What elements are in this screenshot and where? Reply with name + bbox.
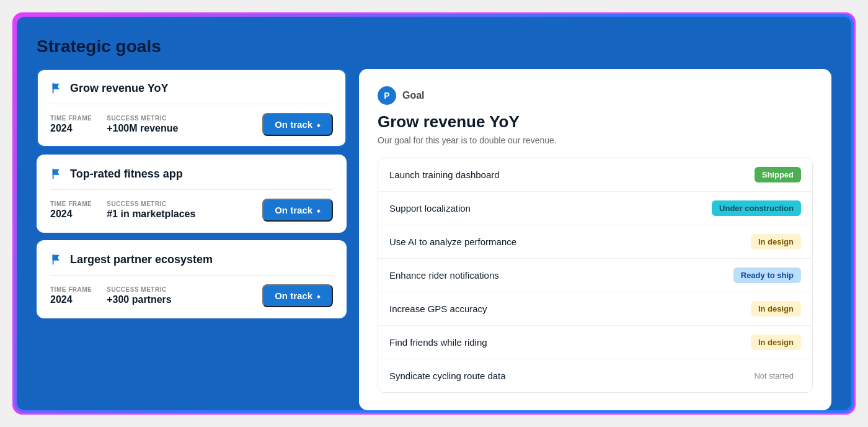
timeframe-value-2: 2024: [50, 209, 92, 220]
flag-icon-1: [50, 81, 64, 95]
initiative-name: Support localization: [389, 203, 471, 214]
app-container: Strategic goals Grow revenue YoY T: [12, 12, 856, 415]
goal-card-2-meta: TIME FRAME 2024 SUCCESS METRIC #1 in mar…: [50, 199, 333, 222]
metric-value-2: #1 in marketplaces: [107, 209, 195, 220]
initiative-status: In design: [751, 301, 801, 317]
metric-label-2: SUCCESS METRIC: [107, 200, 195, 207]
metric-label-1: SUCCESS METRIC: [107, 115, 178, 122]
initiatives-list: Launch training dashboardShippedSupport …: [378, 158, 813, 393]
timeframe-label-3: TIME FRAME: [50, 286, 92, 293]
initiative-status: In design: [751, 335, 801, 350]
goal-type-icon: P: [378, 86, 396, 105]
initiative-name: Use AI to analyze performance: [389, 236, 516, 247]
goal-card-3-title: Largest partner ecosystem: [70, 253, 213, 266]
timeframe-label-1: TIME FRAME: [50, 115, 92, 122]
metric-label-3: SUCCESS METRIC: [107, 286, 172, 293]
initiative-row[interactable]: Support localizationUnder construction: [378, 192, 812, 225]
chevron-icon-1: ⬥: [316, 120, 321, 129]
goal-card-3[interactable]: Largest partner ecosystem TIME FRAME 202…: [37, 240, 347, 318]
flag-icon-3: [50, 253, 64, 266]
status-badge-2[interactable]: On track ⬥: [262, 199, 333, 222]
initiative-status: Under construction: [712, 200, 801, 216]
initiative-status: Ready to ship: [733, 267, 801, 283]
initiative-row[interactable]: Syndicate cycling route dataNot started: [378, 359, 812, 392]
timeframe-value-1: 2024: [50, 123, 92, 134]
initiative-row[interactable]: Enhance rider notificationsReady to ship: [378, 259, 812, 292]
initiative-name: Syndicate cycling route data: [389, 371, 506, 381]
timeframe-label-2: TIME FRAME: [50, 200, 92, 207]
main-content: Grow revenue YoY TIME FRAME 2024 SUCCESS…: [37, 69, 831, 410]
goals-list: Grow revenue YoY TIME FRAME 2024 SUCCESS…: [37, 69, 347, 410]
timeframe-value-3: 2024: [50, 294, 92, 305]
metric-value-3: +300 partners: [107, 294, 172, 305]
goal-card-1-meta: TIME FRAME 2024 SUCCESS METRIC +100M rev…: [50, 113, 333, 136]
initiative-name: Enhance rider notifications: [389, 270, 499, 281]
initiative-name: Increase GPS accuracy: [389, 303, 487, 314]
svg-rect-0: [53, 83, 54, 94]
initiative-row[interactable]: Increase GPS accuracyIn design: [378, 292, 812, 326]
initiative-name: Find friends while riding: [389, 337, 487, 348]
initiative-status: Shipped: [755, 167, 801, 182]
goal-type-label: Goal: [402, 90, 425, 101]
goal-card-3-metric: SUCCESS METRIC +300 partners: [107, 286, 172, 305]
goal-card-3-meta: TIME FRAME 2024 SUCCESS METRIC +300 part…: [50, 284, 333, 307]
goal-detail-title: Grow revenue YoY: [378, 112, 813, 132]
initiative-row[interactable]: Launch training dashboardShipped: [378, 158, 812, 192]
page-title: Strategic goals: [37, 37, 831, 56]
goal-card-1-metric: SUCCESS METRIC +100M revenue: [107, 115, 178, 134]
goal-card-2-header: Top-rated fitness app: [50, 167, 333, 190]
goal-card-2-timeframe: TIME FRAME 2024: [50, 200, 92, 220]
initiative-status: Not started: [746, 368, 801, 384]
goal-card-3-header: Largest partner ecosystem: [50, 253, 333, 276]
goal-card-1-title: Grow revenue YoY: [70, 82, 168, 95]
flag-icon-2: [50, 167, 64, 181]
goal-detail-desc: Our goal for this year is to double our …: [378, 135, 813, 145]
svg-rect-2: [53, 254, 54, 265]
goal-card-2[interactable]: Top-rated fitness app TIME FRAME 2024 SU…: [37, 155, 347, 233]
initiative-row[interactable]: Use AI to analyze performanceIn design: [378, 225, 812, 259]
svg-rect-1: [53, 169, 54, 179]
initiative-name: Launch training dashboard: [389, 169, 500, 180]
metric-value-1: +100M revenue: [107, 123, 178, 134]
initiative-status: In design: [751, 234, 801, 249]
status-badge-1[interactable]: On track ⬥: [262, 113, 333, 136]
goal-card-2-title: Top-rated fitness app: [70, 168, 183, 181]
goal-type-header: P Goal: [378, 86, 813, 105]
main-panel: Strategic goals Grow revenue YoY T: [17, 17, 851, 410]
chevron-icon-3: ⬥: [316, 292, 321, 300]
goal-detail-panel: P Goal Grow revenue YoY Our goal for thi…: [359, 69, 831, 410]
chevron-icon-2: ⬥: [316, 206, 321, 215]
goal-card-1-header: Grow revenue YoY: [50, 81, 333, 104]
initiative-row[interactable]: Find friends while ridingIn design: [378, 326, 812, 359]
goal-card-1-timeframe: TIME FRAME 2024: [50, 115, 92, 134]
status-badge-3[interactable]: On track ⬥: [262, 284, 333, 307]
goal-card-1[interactable]: Grow revenue YoY TIME FRAME 2024 SUCCESS…: [37, 69, 347, 147]
goal-card-3-timeframe: TIME FRAME 2024: [50, 286, 92, 305]
goal-card-2-metric: SUCCESS METRIC #1 in marketplaces: [107, 200, 195, 220]
